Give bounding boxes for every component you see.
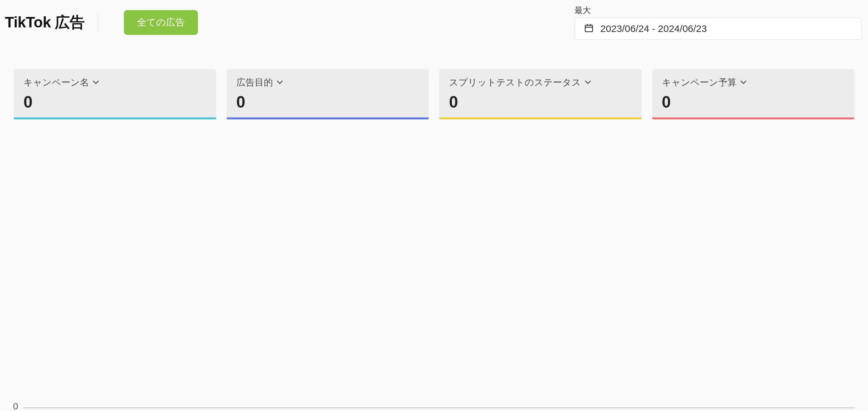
card-value: 0: [24, 93, 207, 112]
card-objective[interactable]: 広告目的 0: [227, 69, 429, 117]
axis-zero-label: 0: [13, 401, 18, 411]
page-title: TikTok 広告: [5, 12, 97, 33]
date-range-value: 2023/06/24 - 2024/06/23: [600, 23, 707, 34]
card-label: 広告目的: [237, 76, 273, 89]
card-label: キャンペーン予算: [662, 76, 737, 89]
chevron-down-icon: [741, 80, 746, 85]
card-campaign-budget[interactable]: キャンペーン予算 0: [652, 69, 855, 117]
card-value: 0: [449, 93, 632, 112]
axis-line: [23, 407, 855, 408]
card-split-test-status[interactable]: スプリットテストのステータス 0: [439, 69, 642, 117]
chart-axis: 0: [13, 407, 855, 408]
card-label: キャンペーン名: [24, 76, 89, 89]
card-value: 0: [662, 93, 845, 112]
chevron-down-icon: [277, 80, 283, 85]
divider: [97, 13, 98, 32]
calendar-icon: [584, 23, 594, 34]
card-label: スプリットテストのステータス: [449, 76, 581, 89]
all-ads-button[interactable]: 全ての広告: [124, 10, 198, 35]
max-label: 最大: [575, 5, 862, 16]
date-range-picker[interactable]: 2023/06/24 - 2024/06/23: [575, 18, 862, 40]
card-campaign-name[interactable]: キャンペーン名 0: [14, 69, 216, 117]
chevron-down-icon: [585, 80, 591, 85]
svg-rect-0: [585, 25, 593, 32]
chevron-down-icon: [93, 80, 99, 85]
card-value: 0: [237, 93, 419, 112]
